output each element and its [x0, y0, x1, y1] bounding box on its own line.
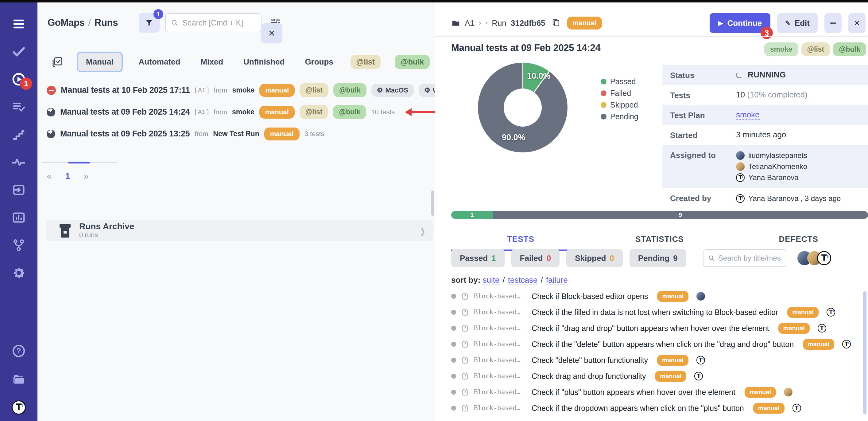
filter-pending[interactable]: Pending9 — [629, 249, 686, 267]
filter-failed[interactable]: Failed0 — [512, 249, 560, 267]
tab-statistics[interactable]: STATISTICS — [590, 231, 729, 251]
in-progress-status-icon — [46, 130, 55, 138]
tab-mixed[interactable]: Mixed — [197, 53, 226, 71]
run-from-label: from — [195, 130, 208, 138]
test-title: Check drag and drop functionality — [532, 372, 646, 381]
tab-groups[interactable]: Groups — [302, 53, 336, 71]
tab-defects[interactable]: DEFECTS — [729, 231, 868, 251]
filter-passed[interactable]: Passed1 — [451, 249, 505, 267]
results-donut-chart: 10.0% 90.0% — [478, 63, 567, 152]
tag-badge-list[interactable]: @list — [350, 55, 381, 69]
sidebar-item-logo[interactable]: T — [10, 399, 27, 416]
tests-scrollbar[interactable] — [863, 291, 866, 414]
sidebar-item-folder[interactable] — [10, 371, 27, 387]
test-title: Check if the "delete" button appears whe… — [532, 340, 794, 349]
tests-search-input[interactable] — [718, 254, 781, 262]
person: TYana Baranova , 3 days ago — [736, 193, 841, 204]
test-row[interactable]: Block-based…Check if Block-based editor … — [451, 288, 868, 304]
sort-separator: / — [541, 275, 543, 285]
filter-button[interactable]: 1 — [139, 13, 160, 33]
sidebar-item-checklist[interactable] — [10, 99, 27, 115]
pagination-next[interactable]: » — [84, 171, 89, 181]
sort-by-suite[interactable]: suite — [483, 275, 500, 285]
checkmark-icon — [12, 45, 26, 59]
sidebar-footer: ?T — [0, 343, 37, 416]
clipboard-icon — [461, 388, 469, 396]
filter-skipped[interactable]: Skipped0 — [566, 249, 623, 267]
search-icon — [170, 19, 182, 27]
test-row[interactable]: Block-based…Check drag and drop function… — [451, 368, 868, 384]
test-row[interactable]: Block-based…Check if the filled in data … — [451, 304, 868, 320]
test-suite: Block-based… — [474, 309, 522, 316]
info-label: Status — [670, 70, 736, 80]
edit-run-button[interactable]: ✎ Edit — [777, 13, 818, 33]
pagination-prev[interactable]: « — [46, 171, 52, 181]
run-detail-panel: A1 › • Run 312dfb65 manual ▶ Continue 3 … — [435, 2, 868, 421]
sidebar-item-gear[interactable] — [10, 265, 27, 281]
test-plan-link[interactable]: smoke — [736, 110, 760, 120]
test-row[interactable]: Block-based…Check "delete" button functi… — [451, 352, 868, 368]
sidebar-item-import[interactable] — [10, 182, 27, 198]
sidebar-item-bar-chart[interactable] — [10, 209, 27, 226]
sort-by-failure[interactable]: failure — [546, 275, 568, 285]
test-row[interactable]: Block-based…Check if "plus" button appea… — [451, 384, 868, 400]
legend-item: Failed — [601, 87, 639, 99]
sidebar-item-fork[interactable] — [10, 237, 27, 253]
run-row[interactable]: Manual tests at 10 Feb 2025 17:11[ A1 ]f… — [46, 79, 432, 101]
breadcrumb-project[interactable]: GoMaps — [48, 17, 85, 28]
photo-avatar — [736, 151, 745, 160]
test-row[interactable]: Block-based…Check if "drag and drop" but… — [451, 320, 868, 336]
copy-run-id-button[interactable] — [552, 18, 561, 28]
search-input[interactable] — [182, 19, 256, 27]
left-arrow-icon — [408, 111, 437, 113]
sidebar-item-play-circle[interactable]: 1 — [10, 71, 27, 87]
sort-by-testcase[interactable]: testcase — [508, 275, 538, 285]
annotation-3: 3 — [761, 27, 773, 39]
runs-archive-card[interactable]: Runs Archive 0 runs › — [46, 220, 433, 241]
run-id[interactable]: 312dfb65 — [511, 19, 546, 28]
tab-unfinished[interactable]: Unfinished — [240, 53, 288, 71]
pending-status-dot — [451, 374, 456, 378]
runs-list-scrollbar[interactable] — [431, 191, 434, 216]
tag-badge-list: @list — [300, 105, 329, 119]
header-divider — [435, 36, 868, 37]
assignee-avatar-filter[interactable]: T — [797, 251, 831, 265]
run-row[interactable]: Manual tests at 09 Feb 2025 14:24[ A1 ]f… — [46, 101, 432, 123]
info-label: Started — [670, 130, 736, 140]
sidebar-item-steps[interactable] — [10, 127, 27, 143]
sidebar-item-checkmark[interactable] — [10, 44, 27, 60]
runs-list-hscroll — [42, 162, 117, 164]
more-actions-button[interactable]: ••• — [825, 13, 842, 33]
run-breadcrumb-folder[interactable]: A1 — [465, 19, 474, 28]
run-row[interactable]: Manual tests at 09 Feb 2025 13:25fromNew… — [46, 123, 432, 145]
info-row-tests: Tests10 (10% completed) — [662, 85, 868, 105]
chart-legend: PassedFailedSkippedPending — [601, 76, 639, 122]
run-title: Manual tests at 09 Feb 2025 14:24 — [60, 107, 190, 117]
tag-badge-bulk: @bulk — [333, 105, 366, 119]
close-detail-button[interactable]: ✕ — [848, 13, 866, 33]
sidebar-item-pulse[interactable] — [10, 154, 27, 170]
test-type-badge: manual — [657, 355, 688, 366]
avatar[interactable]: T — [817, 251, 831, 265]
sidebar-item-menu[interactable] — [10, 16, 27, 32]
tab-tests[interactable]: TESTS — [451, 231, 590, 251]
tab-manual[interactable]: Manual — [78, 53, 122, 71]
continue-run-button[interactable]: ▶ Continue 3 — [710, 13, 770, 33]
failed-status-icon — [46, 86, 56, 95]
person: liudmylastepanets — [736, 150, 807, 161]
sidebar-item-help[interactable]: ? — [10, 343, 27, 359]
run-environment: [ A1 ] — [195, 87, 209, 94]
tab-automated[interactable]: Automated — [136, 53, 184, 71]
sidebar: 1 ?T — [0, 2, 37, 421]
help-icon: ? — [12, 344, 26, 358]
hscroll-thumb[interactable] — [68, 162, 90, 164]
select-all-icon[interactable] — [52, 56, 64, 68]
gear-icon: ⚙ — [424, 86, 430, 94]
breadcrumb-section[interactable]: Runs — [95, 17, 118, 28]
test-row[interactable]: Block-based…Check if the "delete" button… — [451, 336, 868, 352]
legend-dot — [601, 79, 607, 85]
pagination-current-page[interactable]: 1 — [65, 171, 70, 181]
tag-badge-bulk[interactable]: @bulk — [395, 55, 430, 69]
close-panel-button[interactable]: ✕ — [261, 23, 282, 43]
test-row[interactable]: Block-based…Check if the dropdown appear… — [451, 400, 868, 416]
